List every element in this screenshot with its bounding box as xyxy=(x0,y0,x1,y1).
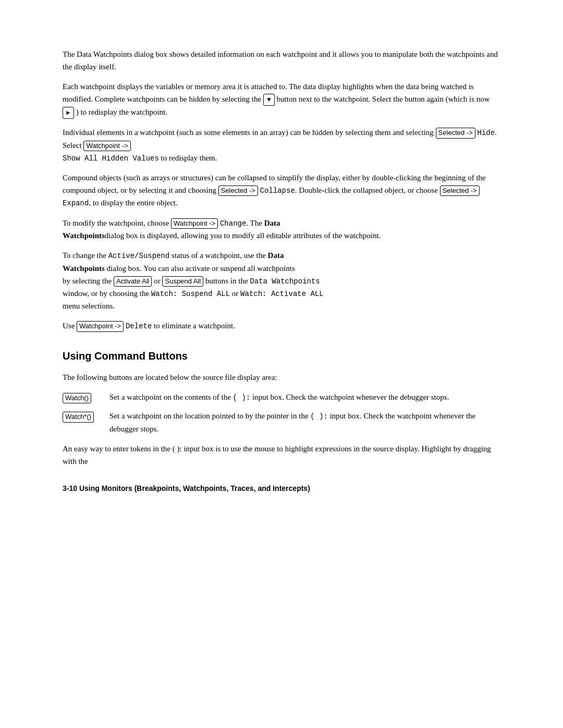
watch-btn-cell: Watch() xyxy=(63,391,109,404)
watch-desc-text-c: input box. Check the watchpoint whenever… xyxy=(252,393,449,401)
paragraph-4: Compound objects (such as arrays or stru… xyxy=(63,171,500,209)
following-buttons-text: The following buttons are located below … xyxy=(63,371,500,384)
watchstar-desc-text: Set a watchpoint on the location pointed… xyxy=(109,412,475,433)
page-content: The Data Watchpoints dialog box shows de… xyxy=(63,48,500,494)
p5-text-a: To modify the watchpoint, choose xyxy=(63,219,169,227)
p7-text-a: Use xyxy=(63,322,75,330)
suspend-all-btn[interactable]: Suspend All xyxy=(162,276,203,287)
watchstar-desc: Set a watchpoint on the location pointed… xyxy=(109,410,500,435)
p7-delete-label: Delete to eliminate a watchpoint. xyxy=(126,322,235,330)
watchpoint-arrow-btn-1[interactable]: Watchpoint -> xyxy=(83,141,130,151)
watchstar-btn[interactable]: Watch*() xyxy=(63,412,94,422)
p2-text-b: button next to the watchpoint. Select th… xyxy=(277,95,490,103)
watch-desc-text-a: Set a watchpoint on the contents of the xyxy=(109,393,231,401)
active-suspend-label: Active/Suspend xyxy=(108,252,170,260)
p4-text-c: Expand, to display the entire object. xyxy=(63,199,178,207)
paragraph-2: Each watchpoint displays the variables o… xyxy=(63,80,500,119)
triangle-down-icon: ▼ xyxy=(263,94,275,106)
watchpoint-arrow-btn-3[interactable]: Watchpoint -> xyxy=(77,321,124,331)
command-list: Watch() Set a watchpoint on the contents… xyxy=(63,391,500,435)
watch-command-row: Watch() Set a watchpoint on the contents… xyxy=(63,391,500,404)
watchstar-btn-cell: Watch*() xyxy=(63,410,109,423)
activate-all-btn[interactable]: Activate All xyxy=(114,276,152,287)
paragraph-5: To modify the watchpoint, choose Watchpo… xyxy=(63,217,500,242)
p5-watchpoints-label: Watchpoints xyxy=(63,231,105,240)
paragraph-1: The Data Watchpoints dialog box shows de… xyxy=(63,48,500,73)
selected-arrow-btn-2[interactable]: Selected -> xyxy=(218,186,258,196)
watch-desc: Set a watchpoint on the contents of the … xyxy=(109,391,500,403)
paragraph-3: Individual elements in a watchpoint (suc… xyxy=(63,126,500,164)
watch-input-ref: ( ): xyxy=(233,393,251,402)
p5-change-label: Change. The Data xyxy=(220,219,280,227)
show-all-hidden-label: Show All Hidden Values xyxy=(63,154,159,163)
watch-activate-all-label: Watch: Activate ALL xyxy=(240,290,324,298)
data-watchpoints-label-2: Data Watchpoints xyxy=(250,277,320,286)
p3-text-c: to redisplay them. xyxy=(159,154,217,162)
p2-text-c: ) to redisplay the watchpoint. xyxy=(76,108,167,116)
watchstar-command-row: Watch*() Set a watchpoint on the locatio… xyxy=(63,410,500,435)
data-watchpoints-label-1: Data Watchpoints xyxy=(63,251,284,272)
p5-text-c: dialog box is displayed, allowing you to… xyxy=(105,231,381,240)
watchpoint-arrow-btn-2[interactable]: Watchpoint -> xyxy=(171,218,218,229)
footer-heading: 3-10 Using Monitors (Breakpoints, Watchp… xyxy=(63,483,500,494)
paragraph-7: Use Watchpoint -> Delete to eliminate a … xyxy=(63,319,500,332)
watch-suspend-all-label: Watch: Suspend ALL xyxy=(151,290,230,298)
triangle-right-btn: ► xyxy=(63,107,74,119)
p4-collapse-label: Collapse. Double-click the collapsed obj… xyxy=(260,186,440,194)
p3-text-a: Individual elements in a watchpoint (suc… xyxy=(63,128,434,137)
watch-btn[interactable]: Watch() xyxy=(63,393,91,403)
paragraph-6: To change the Active/Suspend status of a… xyxy=(63,249,500,312)
easy-way-text: An easy way to enter tokens in the ( ): … xyxy=(63,442,500,467)
selected-arrow-btn-3[interactable]: Selected -> xyxy=(440,186,480,196)
selected-arrow-btn-1[interactable]: Selected -> xyxy=(436,128,475,138)
using-command-buttons-heading: Using Command Buttons xyxy=(63,348,500,364)
